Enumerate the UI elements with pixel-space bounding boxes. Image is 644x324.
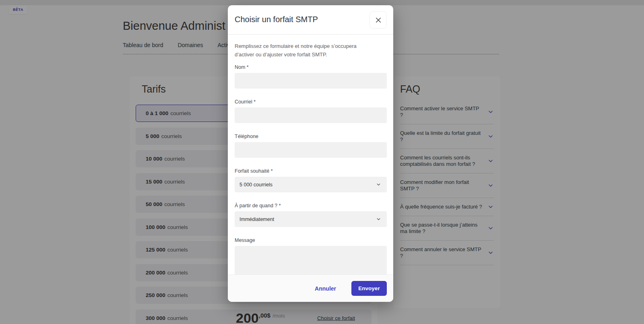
field-telephone: Téléphone xyxy=(235,134,387,158)
field-nom: Nom * xyxy=(235,64,387,89)
message-textarea[interactable] xyxy=(235,246,387,274)
forfait-label: Forfait souhaité * xyxy=(235,168,387,174)
cancel-button[interactable]: Annuler xyxy=(315,285,336,292)
date-select[interactable]: Immédiatement xyxy=(235,211,387,227)
modal-footer: Annuler Envoyer xyxy=(228,274,393,302)
field-forfait: Forfait souhaité * 5 000 courriels xyxy=(235,168,387,192)
chevron-down-icon xyxy=(376,217,381,222)
telephone-input[interactable] xyxy=(235,142,387,158)
close-button[interactable] xyxy=(369,11,387,29)
close-icon xyxy=(375,17,382,24)
forfait-select[interactable]: 5 000 courriels xyxy=(235,177,387,192)
message-label: Message xyxy=(235,237,387,243)
smtp-plan-modal: Choisir un forfait SMTP Remplissez ce fo… xyxy=(228,5,393,302)
forfait-select-value: 5 000 courriels xyxy=(239,182,272,188)
courriel-label: Courriel * xyxy=(235,99,387,105)
modal-body: Remplissez ce formulaire et notre équipe… xyxy=(228,35,393,274)
modal-title: Choisir un forfait SMTP xyxy=(235,15,318,24)
courriel-input[interactable] xyxy=(235,107,387,123)
quand-label: À partir de quand ? * xyxy=(235,203,387,208)
telephone-label: Téléphone xyxy=(235,134,387,139)
field-courriel: Courriel * xyxy=(235,99,387,123)
chevron-down-icon xyxy=(376,182,381,187)
nom-input[interactable] xyxy=(235,73,387,89)
date-select-value: Immédiatement xyxy=(239,217,274,222)
field-quand: À partir de quand ? * Immédiatement xyxy=(235,203,387,227)
nom-label: Nom * xyxy=(235,64,387,70)
modal-header: Choisir un forfait SMTP xyxy=(228,5,393,35)
field-message: Message xyxy=(235,237,387,274)
submit-button[interactable]: Envoyer xyxy=(351,281,387,296)
modal-description: Remplissez ce formulaire et notre équipe… xyxy=(235,42,374,59)
